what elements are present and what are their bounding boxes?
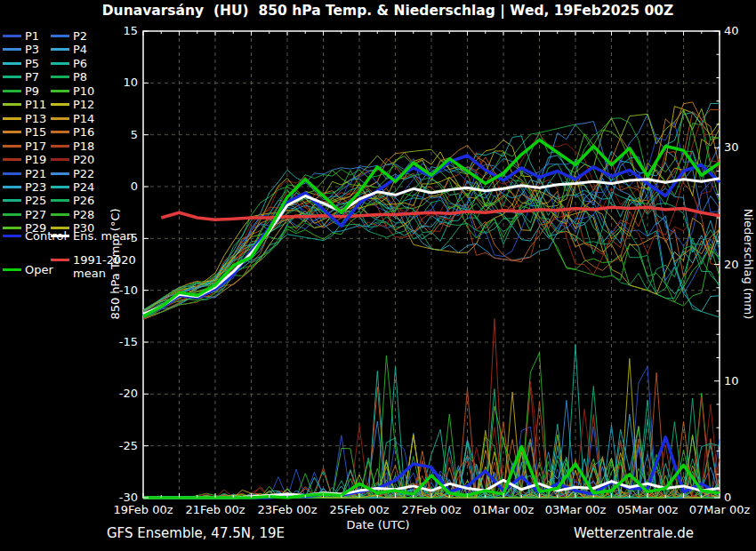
legend-swatch: [51, 158, 69, 161]
temp-tick-label: -30: [102, 491, 138, 504]
temp-axis-title: 850 hPa Temp. (°C): [109, 208, 122, 319]
legend-item-P28: P28: [51, 208, 94, 221]
legend-label: P21: [25, 167, 46, 180]
legend-item-P6: P6: [51, 57, 87, 70]
legend-item-P20: P20: [51, 153, 94, 166]
legend-label: P3: [25, 43, 39, 56]
legend-swatch: [51, 199, 69, 202]
legend-item-P5: P5: [3, 57, 39, 70]
legend-item-P4: P4: [51, 43, 87, 56]
legend-swatch: [3, 117, 21, 120]
legend-label: P28: [73, 208, 94, 221]
legend-swatch: [51, 172, 69, 175]
legend-label: P1: [25, 29, 39, 43]
legend-item-P22: P22: [51, 167, 94, 180]
legend-item-P27: P27: [3, 208, 46, 221]
legend-label: P20: [73, 153, 94, 166]
legend-swatch: [3, 48, 21, 51]
legend-swatch: [3, 199, 21, 202]
x-tick-label: 03Mar 00z: [538, 503, 613, 516]
legend-swatch: [3, 172, 21, 175]
temp-tick-label: 5: [102, 128, 138, 141]
legend-swatch: [51, 186, 69, 188]
legend-item-P11: P11: [3, 98, 46, 111]
legend-swatch: [51, 35, 69, 37]
x-tick-label: 05Mar 00z: [610, 503, 685, 516]
legend-swatch: [3, 268, 21, 271]
legend-item-oper: Oper: [3, 263, 53, 276]
legend-label: P23: [25, 180, 46, 194]
legend-swatch: [51, 213, 69, 216]
legend-swatch: [51, 131, 69, 133]
temp-tick-label: -20: [102, 387, 138, 400]
precip-tick-label: 0: [724, 491, 754, 504]
legend-swatch: [3, 131, 21, 133]
legend-swatch: [51, 259, 69, 261]
x-axis-title: Date (UTC): [346, 518, 409, 531]
legend-label: P18: [73, 140, 94, 153]
legend-item-P12: P12: [51, 98, 94, 111]
precip-axis-title: Niederschlag (mm): [742, 209, 755, 320]
legend-label: P15: [25, 125, 46, 139]
temp-tick-label: -25: [102, 439, 138, 452]
legend-swatch: [51, 62, 69, 65]
legend-item-P18: P18: [51, 140, 94, 153]
legend-label: Oper: [25, 263, 53, 276]
legend-label: P19: [25, 153, 46, 166]
legend-swatch: [51, 76, 69, 78]
legend-label: P9: [25, 84, 39, 98]
legend-item-P23: P23: [3, 180, 46, 194]
legend-swatch: [3, 145, 21, 148]
legend-swatch: [51, 103, 69, 106]
legend-item-P25: P25: [3, 194, 46, 207]
legend-label: P17: [25, 140, 46, 153]
legend-label: P5: [25, 57, 39, 70]
legend-item-P8: P8: [51, 70, 87, 84]
legend-swatch: [3, 62, 21, 65]
legend-item-P14: P14: [51, 112, 94, 125]
legend-label: P22: [73, 167, 94, 180]
legend-label: P13: [25, 112, 46, 125]
legend-label: P2: [73, 29, 87, 43]
legend-swatch: [51, 117, 69, 120]
legend-item-P26: P26: [51, 194, 94, 207]
legend-swatch: [51, 235, 69, 237]
legend-item-P9: P9: [3, 84, 39, 98]
precip-tick-label: 10: [724, 374, 754, 387]
temp-tick-label: 0: [102, 180, 138, 193]
legend-item-P15: P15: [3, 125, 46, 139]
legend-label: P27: [25, 208, 46, 221]
legend-swatch: [3, 186, 21, 188]
x-tick-label: 27Feb 00z: [394, 503, 469, 516]
precip-tick-label: 40: [724, 24, 754, 37]
x-tick-label: 01Mar 00z: [466, 503, 541, 516]
x-tick-label: 25Feb 00z: [322, 503, 397, 516]
legend-label: P16: [73, 125, 94, 139]
legend-swatch: [3, 76, 21, 78]
legend-label: P10: [73, 84, 94, 98]
legend-swatch: [3, 35, 21, 37]
legend-label: P6: [73, 57, 87, 70]
legend-swatch: [3, 90, 21, 92]
legend-swatch: [51, 145, 69, 148]
legend-label: P7: [25, 70, 39, 84]
legend-label: P14: [73, 112, 94, 125]
x-tick-label: 21Feb 00z: [178, 503, 253, 516]
legend-swatch: [51, 90, 69, 92]
legend-label: P8: [73, 70, 87, 84]
legend-swatch: [3, 213, 21, 216]
legend-label: P12: [73, 98, 94, 111]
temp-tick-label: 10: [102, 76, 138, 89]
precip-tick-label: 30: [724, 140, 754, 154]
legend-item-P19: P19: [3, 153, 46, 166]
legend-item-P3: P3: [3, 43, 39, 56]
temp-tick-label: 15: [102, 24, 138, 37]
legend-label: P25: [25, 194, 46, 207]
legend-swatch: [51, 48, 69, 51]
legend-label: P11: [25, 98, 46, 111]
legend-label: P26: [73, 194, 94, 207]
footer-model-info: GFS Ensemble, 47.5N, 19E: [107, 525, 285, 541]
legend-swatch: [3, 235, 21, 237]
x-tick-label: 23Feb 00z: [250, 503, 325, 516]
legend-item-P24: P24: [51, 180, 94, 194]
